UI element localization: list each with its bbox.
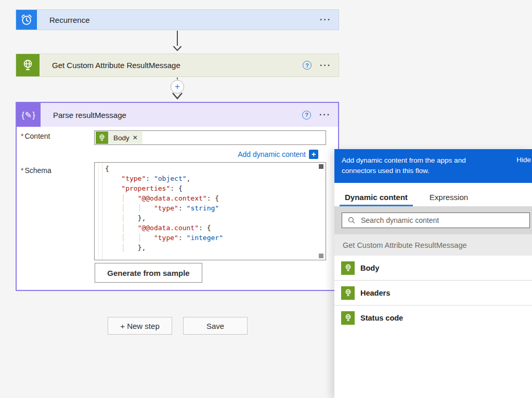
dynamic-content-item-label: Headers	[360, 289, 390, 297]
parse-card-header[interactable]: {✎} Parse resultMessage ? ···	[17, 103, 338, 127]
parse-json-icon: {✎}	[17, 103, 41, 127]
connector-section-header: Get Custom Attribute ResultMessage	[334, 234, 532, 256]
dynamic-content-item-label: Body	[360, 264, 379, 272]
add-dynamic-content-link[interactable]: Add dynamic content	[238, 150, 306, 158]
dynamic-content-item-body[interactable]: Body	[334, 256, 532, 281]
globe-icon	[341, 261, 355, 275]
parse-resultmessage-card: {✎} Parse resultMessage ? ··· *Content	[16, 102, 339, 291]
recurrence-card[interactable]: Recurrence ···	[16, 9, 339, 30]
recurrence-timer-icon	[16, 10, 37, 30]
recurrence-menu-ellipsis-icon[interactable]: ···	[320, 15, 331, 24]
schema-code: { "type": "object", "properties": { │ "@…	[105, 164, 317, 253]
new-step-button[interactable]: + New step	[108, 317, 172, 335]
required-asterisk: *	[21, 132, 23, 140]
scrollbar-up-button[interactable]	[319, 164, 323, 169]
dynamic-content-list: Body Headers	[334, 256, 532, 330]
custom-connector-globe-icon	[16, 54, 40, 76]
dynamic-content-item-status-code[interactable]: Status code	[334, 306, 532, 330]
action-title: Get Custom Attribute ResultMessage	[52, 61, 180, 70]
help-icon[interactable]: ?	[302, 111, 311, 120]
panel-header-text: Add dynamic content from the apps and co…	[342, 155, 500, 176]
action-menu-ellipsis-icon[interactable]: ···	[320, 61, 331, 70]
token-label: Body	[108, 134, 133, 142]
globe-icon	[341, 311, 355, 325]
search-section	[334, 206, 532, 234]
panel-header: Add dynamic content from the apps and co…	[334, 149, 532, 183]
flow-designer-canvas: Recurrence ··· Get Custom Attribute Resu…	[0, 0, 532, 398]
help-icon[interactable]: ?	[303, 61, 312, 70]
parse-menu-ellipsis-icon[interactable]: ···	[319, 110, 331, 120]
plus-icon: +	[175, 82, 180, 92]
dynamic-content-panel: Add dynamic content from the apps and co…	[334, 149, 532, 398]
insert-step-button[interactable]: +	[171, 80, 184, 94]
scrollbar-down-button[interactable]	[319, 254, 323, 258]
tab-dynamic-content[interactable]: Dynamic content	[340, 188, 413, 206]
dynamic-content-item-headers[interactable]: Headers	[334, 281, 532, 306]
search-box[interactable]	[342, 213, 530, 228]
dynamic-content-item-label: Status code	[360, 314, 403, 322]
schema-editor[interactable]: { "type": "object", "properties": { │ "@…	[94, 162, 326, 260]
body-token-chip[interactable]: Body ✕	[96, 131, 142, 144]
add-dynamic-content-plus-icon[interactable]: +	[309, 150, 318, 159]
tab-expression[interactable]: Expression	[424, 188, 473, 206]
save-button[interactable]: Save	[183, 317, 248, 335]
token-remove-icon[interactable]: ✕	[133, 134, 142, 141]
search-input[interactable]	[360, 216, 529, 225]
required-asterisk: *	[21, 166, 23, 175]
search-icon	[347, 216, 356, 224]
section-title: Get Custom Attribute ResultMessage	[343, 241, 467, 249]
recurrence-title: Recurrence	[49, 16, 90, 24]
content-input[interactable]: Body ✕	[94, 130, 326, 145]
hide-link[interactable]: Hide	[516, 156, 531, 164]
globe-icon	[341, 286, 355, 300]
content-label: *Content	[21, 132, 50, 140]
panel-tabs: Dynamic content Expression	[334, 183, 532, 206]
globe-icon	[96, 131, 108, 144]
add-dynamic-content-row: Add dynamic content +	[238, 150, 318, 159]
schema-label: *Schema	[21, 166, 51, 175]
parse-title: Parse resultMessage	[53, 111, 126, 120]
get-custom-attribute-card[interactable]: Get Custom Attribute ResultMessage ? ···	[16, 54, 339, 77]
generate-from-sample-button[interactable]: Generate from sample	[95, 263, 202, 283]
